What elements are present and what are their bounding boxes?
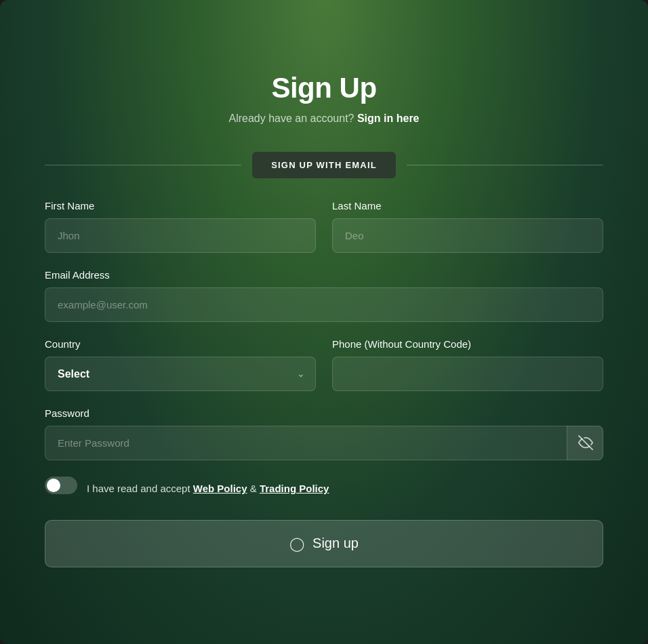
country-select-wrapper: Select United States United Kingdom Cana… <box>45 357 316 391</box>
phone-input[interactable] <box>332 357 603 391</box>
policy-row: I have read and accept Web Policy & Trad… <box>45 477 603 501</box>
email-row: Email Address <box>45 269 603 322</box>
phone-group: Phone (Without Country Code) <box>332 338 603 391</box>
sign-up-with-email-button[interactable]: SIGN UP WITH EMAIL <box>252 152 396 178</box>
divider-right <box>407 165 603 165</box>
email-input[interactable] <box>45 287 603 322</box>
country-select[interactable]: Select United States United Kingdom Cana… <box>45 357 316 391</box>
policy-text: I have read and accept Web Policy & Trad… <box>87 483 329 494</box>
phone-label: Phone (Without Country Code) <box>332 338 603 350</box>
form-card: Sign Up Already have an account? Sign in… <box>12 45 636 600</box>
country-group: Country Select United States United King… <box>45 338 316 391</box>
divider-left <box>45 165 241 165</box>
trading-policy-link[interactable]: Trading Policy <box>260 483 329 494</box>
toggle-slider <box>45 477 77 494</box>
email-label: Email Address <box>45 269 603 281</box>
first-name-input[interactable] <box>45 218 316 253</box>
last-name-group: Last Name <box>332 200 603 253</box>
name-row: First Name Last Name <box>45 200 603 253</box>
sign-in-link[interactable]: Sign in here <box>357 113 420 124</box>
user-icon: ◯ <box>289 536 304 552</box>
divider-row: SIGN UP WITH EMAIL <box>45 152 603 178</box>
signup-button[interactable]: ◯ Sign up <box>45 520 603 567</box>
password-group: Password <box>45 407 603 460</box>
password-wrapper <box>45 426 603 460</box>
first-name-group: First Name <box>45 200 316 253</box>
password-input[interactable] <box>45 426 603 460</box>
policy-toggle[interactable] <box>45 477 77 494</box>
page-title: Sign Up <box>45 72 603 104</box>
password-label: Password <box>45 407 603 419</box>
email-group: Email Address <box>45 269 603 322</box>
subtitle: Already have an account? Sign in here <box>45 113 603 125</box>
first-name-label: First Name <box>45 200 316 212</box>
signup-button-label: Sign up <box>312 536 359 551</box>
page-container: Sign Up Already have an account? Sign in… <box>0 0 648 644</box>
web-policy-link[interactable]: Web Policy <box>193 483 247 494</box>
last-name-input[interactable] <box>332 218 603 253</box>
password-toggle-button[interactable] <box>567 426 603 460</box>
eye-off-icon <box>578 435 593 450</box>
password-row: Password <box>45 407 603 460</box>
subtitle-text: Already have an account? <box>228 113 354 124</box>
country-label: Country <box>45 338 316 350</box>
country-phone-row: Country Select United States United King… <box>45 338 603 391</box>
last-name-label: Last Name <box>332 200 603 212</box>
